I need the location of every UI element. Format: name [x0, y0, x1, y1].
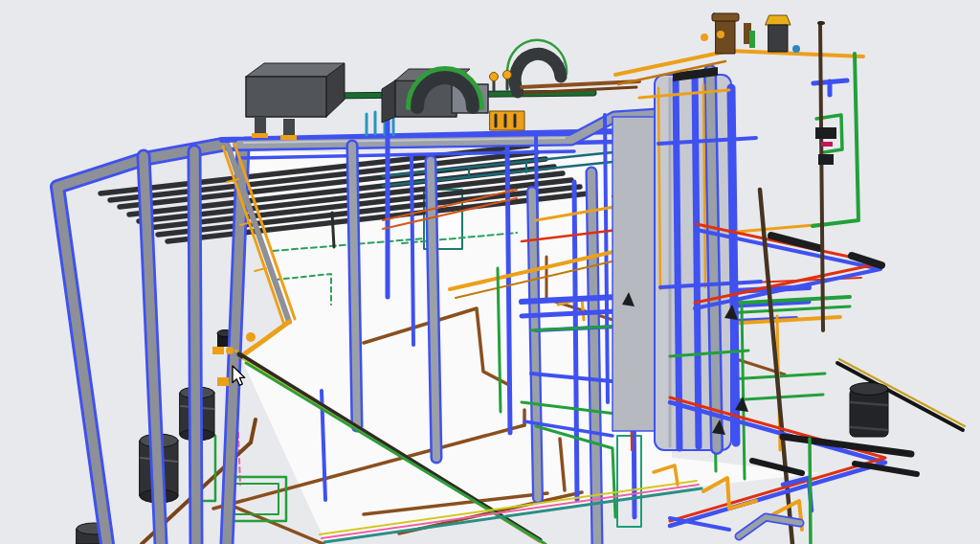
model-canvas — [0, 0, 980, 544]
steel-column — [352, 146, 357, 426]
valve-handle — [701, 34, 708, 41]
vent-cap-yellow — [766, 15, 791, 25]
crimson-fitting — [821, 142, 833, 147]
calorifier-top — [850, 383, 888, 396]
model-viewport[interactable] — [0, 0, 980, 544]
thin-dark-pipe — [332, 213, 334, 247]
tray-fitting — [226, 347, 234, 354]
blue-riser — [574, 182, 577, 500]
exhaust-stack-cap — [712, 13, 739, 21]
portal-pipe — [194, 151, 196, 544]
blue-column — [731, 88, 736, 442]
valve-handle — [717, 31, 724, 38]
valve-handle — [490, 73, 499, 81]
blue-column — [676, 79, 679, 448]
valve-handle — [503, 71, 512, 79]
equipment-black-box — [815, 127, 836, 139]
ahu-leg — [255, 117, 266, 133]
ahu-foot — [280, 135, 297, 140]
equipment-black-box — [818, 154, 834, 165]
vent-stack — [768, 25, 788, 52]
ahu-box-front — [246, 77, 326, 117]
blue-riser — [412, 155, 413, 345]
support-pole-cap — [817, 21, 825, 25]
steel-column — [591, 172, 597, 544]
green-riser — [810, 439, 811, 544]
tray-fitting — [217, 377, 229, 386]
ahu-leg — [283, 119, 295, 135]
ahu-foot — [252, 133, 268, 138]
duct-back-panel — [612, 117, 657, 431]
tray-fitting — [212, 347, 224, 354]
tray-fitting — [246, 332, 256, 342]
blue-column — [695, 75, 699, 446]
blue-valve-knob — [792, 45, 800, 53]
green-stack — [749, 31, 755, 48]
